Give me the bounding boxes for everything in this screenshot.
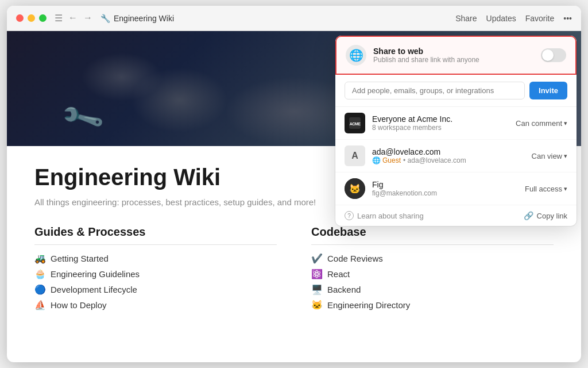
guides-heading: Guides & Processes — [34, 225, 277, 245]
main-window: ☰ ← → 🔧 Engineering Wiki Share Updates F… — [7, 6, 581, 362]
page-icon: 🔧 — [100, 14, 110, 23]
item-emoji: 🐱 — [311, 300, 323, 310]
share-web-text: Share to web Publish and share link with… — [373, 47, 534, 64]
list-item[interactable]: 🐱 Engineering Directory — [311, 300, 554, 310]
ada-avatar: A — [345, 145, 365, 166]
acme-info: Everyone at Acme Inc. 8 workspace member… — [372, 114, 509, 132]
globe-icon: 🌐 — [346, 45, 366, 66]
codebase-section: Codebase ✔️ Code Reviews ⚛️ React 🖥️ Ba — [311, 225, 554, 310]
titlebar-action-group: Share Updates Favorite ••• — [455, 14, 572, 23]
titlebar: ☰ ← → 🔧 Engineering Wiki Share Updates F… — [7, 6, 581, 31]
member-row-acme: ACME Everyone at Acme Inc. 8 workspace m… — [335, 107, 577, 140]
help-circle-icon: ? — [345, 211, 354, 220]
list-item[interactable]: ✔️ Code Reviews — [311, 253, 554, 264]
share-popup: 🌐 Share to web Publish and share link wi… — [335, 36, 577, 226]
link-icon: 🔗 — [524, 211, 533, 220]
list-item[interactable]: 🧁 Engineering Guidelines — [34, 269, 277, 279]
learn-label: Learn about sharing — [357, 212, 424, 220]
favorite-button[interactable]: Favorite — [525, 14, 555, 23]
svg-text:ACME: ACME — [350, 122, 361, 126]
codebase-list: ✔️ Code Reviews ⚛️ React 🖥️ Backend � — [311, 253, 554, 310]
item-label: Getting Started — [51, 254, 109, 263]
acme-detail: 8 workspace members — [372, 124, 509, 132]
share-web-subtitle: Publish and share link with anyone — [373, 56, 534, 64]
acme-name: Everyone at Acme Inc. — [372, 114, 509, 124]
share-web-title: Share to web — [373, 47, 534, 56]
guest-label: Guest — [382, 156, 401, 164]
item-label: Backend — [327, 285, 361, 294]
forward-button[interactable]: → — [83, 13, 92, 24]
list-item[interactable]: 🚜 Getting Started — [34, 253, 277, 264]
guides-list: 🚜 Getting Started 🧁 Engineering Guidelin… — [34, 253, 277, 310]
ada-info: ada@lovelace.com 🌐 Guest • ada@lovelace.… — [372, 147, 525, 164]
more-button[interactable]: ••• — [563, 14, 572, 23]
hamburger-icon[interactable]: ☰ — [55, 13, 63, 24]
learn-about-sharing-link[interactable]: ? Learn about sharing — [345, 211, 424, 220]
close-button[interactable] — [16, 14, 24, 22]
item-label: Engineering Guidelines — [51, 269, 140, 279]
invite-row: Invite — [335, 75, 577, 107]
ada-detail: 🌐 Guest • ada@lovelace.com — [372, 156, 525, 164]
list-item[interactable]: ⚛️ React — [311, 269, 554, 279]
ada-email: • ada@lovelace.com — [403, 156, 466, 164]
updates-button[interactable]: Updates — [486, 14, 516, 23]
invite-input[interactable] — [345, 82, 525, 99]
navigation-controls: ☰ ← → — [55, 13, 92, 24]
share-to-web-toggle[interactable] — [541, 48, 566, 62]
fig-info: Fig fig@makenotion.com — [372, 180, 518, 197]
fig-name: Fig — [372, 180, 518, 189]
ada-permission[interactable]: Can view — [532, 152, 567, 160]
fig-avatar: 🐱 — [345, 178, 365, 199]
copy-link-label: Copy link — [537, 212, 567, 220]
content-area: 🔧 Engineering Wiki All things engineerin… — [7, 31, 581, 362]
share-to-web-row[interactable]: 🌐 Share to web Publish and share link wi… — [335, 36, 577, 75]
member-row-fig: 🐱 Fig fig@makenotion.com Full access — [335, 172, 577, 205]
share-button[interactable]: Share — [455, 14, 477, 23]
popup-footer: ? Learn about sharing 🔗 Copy link — [335, 205, 577, 226]
back-button[interactable]: ← — [68, 13, 78, 24]
fig-permission[interactable]: Full access — [525, 185, 567, 193]
page-title: Engineering Wiki — [114, 14, 455, 23]
item-emoji: ⛵ — [34, 300, 46, 310]
guides-section: Guides & Processes 🚜 Getting Started 🧁 E… — [34, 225, 277, 310]
item-label: Code Reviews — [327, 254, 383, 263]
member-row-ada: A ada@lovelace.com 🌐 Guest • ada@lovelac… — [335, 140, 577, 172]
item-emoji: ⚛️ — [311, 269, 323, 279]
maximize-button[interactable] — [39, 14, 47, 22]
item-emoji: 🧁 — [34, 269, 46, 279]
guest-badge: 🌐 Guest — [372, 156, 401, 164]
item-emoji: 🚜 — [34, 253, 46, 264]
list-item[interactable]: 🖥️ Backend — [311, 284, 554, 295]
item-label: Development Lifecycle — [51, 285, 137, 294]
codebase-heading: Codebase — [311, 225, 554, 245]
item-emoji: 🖥️ — [311, 284, 323, 295]
item-emoji: ✔️ — [311, 253, 323, 264]
list-item[interactable]: 🔵 Development Lifecycle — [34, 284, 277, 295]
item-emoji: 🔵 — [34, 284, 46, 295]
traffic-lights — [16, 14, 47, 22]
fig-detail: fig@makenotion.com — [372, 189, 518, 197]
copy-link-button[interactable]: 🔗 Copy link — [524, 211, 567, 220]
ada-name: ada@lovelace.com — [372, 147, 525, 156]
item-label: How to Deploy — [51, 300, 107, 310]
minimize-button[interactable] — [28, 14, 35, 22]
two-column-layout: Guides & Processes 🚜 Getting Started 🧁 E… — [34, 225, 554, 310]
fig-avatar-icon: 🐱 — [345, 178, 365, 199]
svg-text:🐱: 🐱 — [349, 183, 361, 194]
invite-button[interactable]: Invite — [529, 82, 567, 99]
acme-permission[interactable]: Can comment — [516, 119, 567, 128]
item-label: React — [327, 269, 350, 279]
item-label: Engineering Directory — [327, 300, 410, 310]
list-item[interactable]: ⛵ How to Deploy — [34, 300, 277, 310]
acme-logo-icon: ACME — [348, 116, 362, 130]
acme-avatar: ACME — [345, 113, 365, 133]
